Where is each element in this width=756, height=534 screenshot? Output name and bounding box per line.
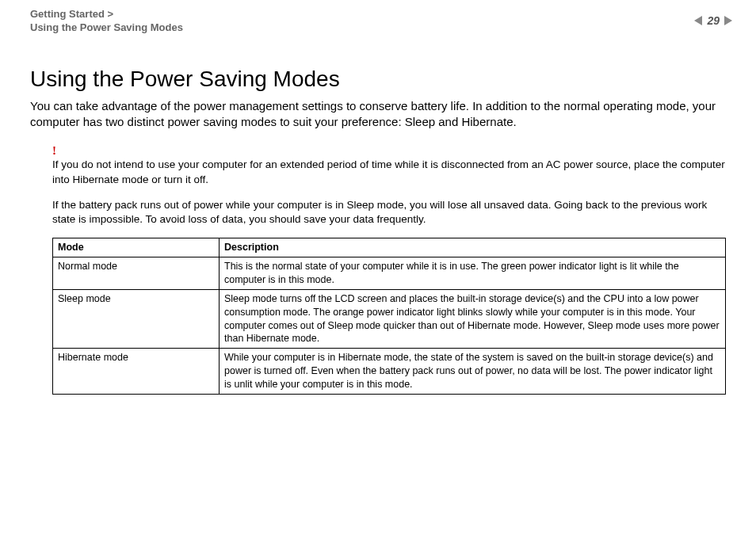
th-mode: Mode xyxy=(53,238,220,257)
cell-desc: While your computer is in Hibernate mode… xyxy=(220,349,726,395)
note-block: If the battery pack runs out of power wh… xyxy=(52,198,726,227)
breadcrumb-page: Using the Power Saving Modes xyxy=(30,21,726,35)
table-row: Hibernate mode While your computer is in… xyxy=(53,349,726,395)
table-row: Sleep mode Sleep mode turns off the LCD … xyxy=(53,289,726,349)
th-description: Description xyxy=(220,238,726,257)
warning-icon: ! xyxy=(52,144,726,158)
table-row: Normal mode This is the normal state of … xyxy=(53,257,726,290)
next-page-icon[interactable] xyxy=(724,16,732,25)
cell-desc: This is the normal state of your compute… xyxy=(220,257,726,290)
warning-text-1: If you do not intend to use your compute… xyxy=(52,158,726,186)
cell-mode: Sleep mode xyxy=(53,289,220,349)
page: Getting Started > Using the Power Saving… xyxy=(0,0,756,534)
warning-block: ! If you do not intend to use your compu… xyxy=(52,144,726,186)
table-header-row: Mode Description xyxy=(53,238,726,257)
breadcrumb-section: Getting Started > xyxy=(30,8,726,21)
header: Getting Started > Using the Power Saving… xyxy=(0,0,756,35)
cell-mode: Normal mode xyxy=(53,257,220,290)
intro-paragraph: You can take advantage of the power mana… xyxy=(30,98,726,131)
prev-page-icon[interactable] xyxy=(694,16,702,25)
modes-table: Mode Description Normal mode This is the… xyxy=(52,238,726,395)
warning-text-2: If the battery pack runs out of power wh… xyxy=(52,198,726,227)
content-body: Using the Power Saving Modes You can tak… xyxy=(0,67,756,395)
cell-mode: Hibernate mode xyxy=(53,349,220,395)
cell-desc: Sleep mode turns off the LCD screen and … xyxy=(220,289,726,349)
page-number: 29 xyxy=(707,14,720,27)
page-title: Using the Power Saving Modes xyxy=(30,67,726,92)
page-nav: 29 xyxy=(694,14,732,27)
